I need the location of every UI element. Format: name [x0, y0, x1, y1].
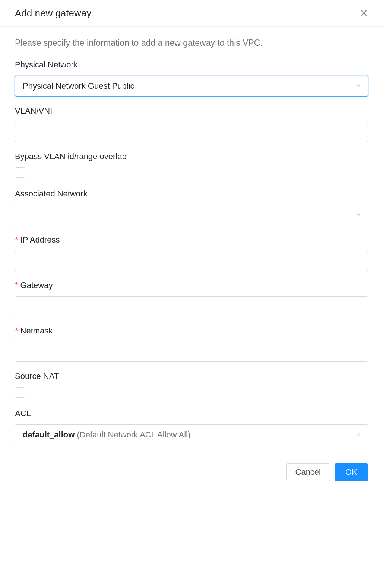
field-physical-network: Physical Network Physical Network Guest …: [15, 60, 368, 97]
label-acl: ACL: [15, 409, 368, 418]
modal-footer: Cancel OK: [0, 459, 383, 492]
label-netmask: *Netmask: [15, 326, 368, 336]
field-associated-network: Associated Network: [15, 189, 368, 225]
required-mark-icon: *: [15, 235, 18, 244]
input-netmask[interactable]: [15, 342, 368, 362]
field-source-nat: Source NAT: [15, 372, 368, 399]
select-physical-network-value: Physical Network Guest Public: [23, 81, 134, 91]
required-mark-icon: *: [15, 281, 18, 290]
select-associated-network[interactable]: [15, 205, 368, 225]
checkbox-bypass-vlan[interactable]: [15, 167, 25, 178]
select-physical-network[interactable]: Physical Network Guest Public: [15, 76, 368, 97]
field-netmask: *Netmask: [15, 326, 368, 362]
label-bypass-vlan: Bypass VLAN id/range overlap: [15, 152, 368, 161]
close-icon[interactable]: ✕: [360, 8, 368, 19]
input-vlan-vni[interactable]: [15, 122, 368, 142]
checkbox-source-nat[interactable]: [15, 387, 25, 398]
field-ip-address: *IP Address: [15, 235, 368, 271]
select-associated-network-wrap: [15, 205, 368, 225]
field-gateway: *Gateway: [15, 281, 368, 316]
field-vlan-vni: VLAN/VNI: [15, 106, 368, 142]
field-bypass-vlan: Bypass VLAN id/range overlap: [15, 152, 368, 179]
label-gateway: *Gateway: [15, 281, 368, 290]
modal-body: Please specify the information to add a …: [0, 27, 383, 459]
select-acl[interactable]: default_allow (Default Network ACL Allow…: [15, 424, 368, 445]
label-associated-network: Associated Network: [15, 189, 368, 199]
ok-button[interactable]: OK: [335, 463, 368, 481]
label-source-nat: Source NAT: [15, 372, 368, 381]
cancel-button[interactable]: Cancel: [286, 463, 330, 481]
input-ip-address[interactable]: [15, 251, 368, 271]
required-mark-icon: *: [15, 326, 18, 335]
label-vlan-vni: VLAN/VNI: [15, 106, 368, 116]
label-ip-address: *IP Address: [15, 235, 368, 245]
select-acl-value: default_allow (Default Network ACL Allow…: [23, 430, 190, 440]
field-acl: ACL default_allow (Default Network ACL A…: [15, 409, 368, 445]
select-acl-wrap: default_allow (Default Network ACL Allow…: [15, 424, 368, 445]
label-physical-network: Physical Network: [15, 60, 368, 70]
modal-description: Please specify the information to add a …: [15, 38, 368, 48]
input-gateway[interactable]: [15, 296, 368, 316]
select-physical-network-wrap: Physical Network Guest Public: [15, 76, 368, 97]
modal-title: Add new gateway: [15, 7, 91, 19]
add-gateway-modal: Add new gateway ✕ Please specify the inf…: [0, 0, 383, 492]
modal-header: Add new gateway ✕: [0, 0, 383, 27]
